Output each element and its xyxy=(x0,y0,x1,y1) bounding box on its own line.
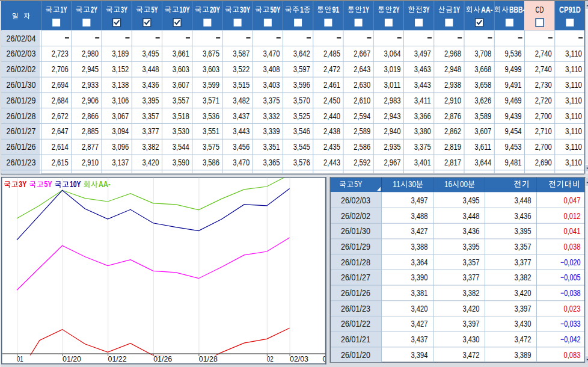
svg-text:3,443: 3,443 xyxy=(233,126,250,136)
svg-text:3,427: 3,427 xyxy=(411,318,428,328)
svg-text:3,351: 3,351 xyxy=(263,141,280,152)
svg-text:2,440: 2,440 xyxy=(323,111,340,121)
svg-text:2Y: 2Y xyxy=(91,4,97,14)
svg-text:1: 1 xyxy=(300,4,304,14)
svg-text:2,980: 2,980 xyxy=(82,48,99,58)
svg-text:2,877: 2,877 xyxy=(82,141,99,152)
svg-text:2,938: 2,938 xyxy=(444,79,461,90)
svg-text:26/01/21: 26/01/21 xyxy=(341,334,370,344)
svg-text:3,472: 3,472 xyxy=(463,350,480,360)
svg-text:3,545: 3,545 xyxy=(293,141,310,152)
svg-text:3,525: 3,525 xyxy=(293,111,310,121)
svg-text:2,866: 2,866 xyxy=(82,111,99,121)
svg-text:3,401: 3,401 xyxy=(414,157,431,167)
svg-text:3,365: 3,365 xyxy=(263,157,280,167)
svg-text:2,615: 2,615 xyxy=(52,157,69,167)
svg-text:3,463: 3,463 xyxy=(414,64,431,74)
svg-text:2,710: 2,710 xyxy=(535,126,552,136)
svg-text:3,607: 3,607 xyxy=(173,79,189,90)
svg-text:3,364: 3,364 xyxy=(411,257,428,267)
svg-text:26/01/22: 26/01/22 xyxy=(341,318,370,328)
svg-text:2,910: 2,910 xyxy=(82,157,99,167)
svg-text:3,420: 3,420 xyxy=(142,157,159,167)
svg-text:3,603: 3,603 xyxy=(203,64,219,74)
svg-text:3,110: 3,110 xyxy=(565,79,582,90)
svg-text:2,461: 2,461 xyxy=(323,79,340,90)
svg-text:3,658: 3,658 xyxy=(474,79,491,90)
svg-text:3,589: 3,589 xyxy=(474,111,491,121)
svg-text:3,110: 3,110 xyxy=(565,141,582,152)
svg-text:2,948: 2,948 xyxy=(444,64,461,74)
svg-text:3,152: 3,152 xyxy=(112,64,129,74)
svg-text:2,594: 2,594 xyxy=(354,111,370,121)
svg-text:10Y: 10Y xyxy=(70,179,81,189)
svg-text:3Y: 3Y xyxy=(423,4,430,14)
svg-text:3,110: 3,110 xyxy=(565,95,582,105)
svg-text:3,515: 3,515 xyxy=(233,79,250,90)
svg-text:02: 02 xyxy=(267,355,274,363)
svg-text:2,592: 2,592 xyxy=(354,157,370,167)
svg-text:3,408: 3,408 xyxy=(263,64,280,74)
svg-text:3,570: 3,570 xyxy=(293,95,310,105)
svg-text:3,332: 3,332 xyxy=(263,111,280,121)
svg-text:2Y: 2Y xyxy=(393,4,399,14)
svg-text:0,047: 0,047 xyxy=(564,195,581,205)
svg-text:3,403: 3,403 xyxy=(263,79,280,90)
svg-text:3,011: 3,011 xyxy=(384,79,401,90)
svg-text:3,642: 3,642 xyxy=(293,48,310,58)
svg-text:3,388: 3,388 xyxy=(411,241,428,251)
svg-text:2,485: 2,485 xyxy=(323,48,340,58)
svg-text:3,448: 3,448 xyxy=(515,195,531,205)
svg-text:3,357: 3,357 xyxy=(515,241,531,251)
svg-text:3,530: 3,530 xyxy=(173,126,189,136)
svg-text:26/01/27: 26/01/27 xyxy=(7,126,36,136)
svg-text:3,470: 3,470 xyxy=(233,157,250,167)
svg-text:26/01/29: 26/01/29 xyxy=(7,95,36,105)
svg-text:CD: CD xyxy=(536,4,544,14)
svg-text:3,536: 3,536 xyxy=(203,111,219,121)
svg-text:3,390: 3,390 xyxy=(411,272,428,282)
svg-text:30: 30 xyxy=(408,179,416,189)
svg-text:3,339: 3,339 xyxy=(263,126,280,136)
svg-text:2,720: 2,720 xyxy=(535,95,552,105)
svg-text:2,610: 2,610 xyxy=(354,95,370,105)
svg-text:26/01/28: 26/01/28 xyxy=(341,257,370,267)
svg-text:3,366: 3,366 xyxy=(414,111,431,121)
svg-text:2,435: 2,435 xyxy=(323,141,340,152)
svg-text:3,430: 3,430 xyxy=(515,318,531,328)
svg-text:3,377: 3,377 xyxy=(515,257,531,267)
svg-text:3,377: 3,377 xyxy=(142,126,159,136)
svg-text:20Y: 20Y xyxy=(210,4,220,14)
svg-text:01/28: 01/28 xyxy=(199,355,218,363)
svg-text:2,647: 2,647 xyxy=(52,126,69,136)
svg-text:3,064: 3,064 xyxy=(384,48,401,58)
svg-text:2,684: 2,684 xyxy=(52,95,69,105)
svg-text:9,481: 9,481 xyxy=(505,157,522,167)
svg-text:3,518: 3,518 xyxy=(173,111,189,121)
svg-text:3,389: 3,389 xyxy=(515,350,531,360)
svg-text:AA-: AA- xyxy=(99,179,111,189)
svg-text:3,495: 3,495 xyxy=(463,195,480,205)
svg-text:0,038: 0,038 xyxy=(564,241,581,251)
svg-text:2,667: 2,667 xyxy=(354,48,370,58)
svg-text:26/01/29: 26/01/29 xyxy=(341,241,370,251)
svg-text:3,596: 3,596 xyxy=(293,79,310,90)
svg-text:3,357: 3,357 xyxy=(463,257,480,267)
svg-text:26/01/26: 26/01/26 xyxy=(7,141,36,152)
svg-text:2,730: 2,730 xyxy=(535,79,552,90)
svg-text:2,723: 2,723 xyxy=(52,48,69,58)
svg-text:3Y: 3Y xyxy=(121,4,127,14)
svg-text:3,067: 3,067 xyxy=(112,111,129,121)
svg-text:01/26: 01/26 xyxy=(153,355,172,363)
svg-text:1Y: 1Y xyxy=(61,4,67,14)
svg-text:01/20: 01/20 xyxy=(63,355,81,363)
svg-text:01/22: 01/22 xyxy=(108,355,127,363)
svg-text:3,607: 3,607 xyxy=(474,126,491,136)
svg-text:3,137: 3,137 xyxy=(112,157,129,167)
svg-text:2,940: 2,940 xyxy=(384,126,401,136)
svg-text:3,522: 3,522 xyxy=(233,64,250,74)
svg-text:2,968: 2,968 xyxy=(444,48,461,58)
svg-text:3,395: 3,395 xyxy=(463,241,480,251)
svg-text:0,083: 0,083 xyxy=(564,350,581,360)
svg-text:3,708: 3,708 xyxy=(474,48,491,58)
